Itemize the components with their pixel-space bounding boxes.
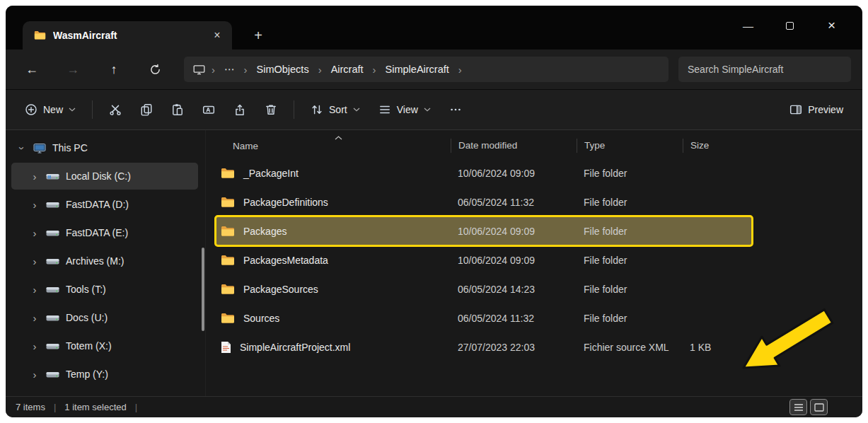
more-options-button[interactable] [441, 96, 470, 123]
new-tab-button[interactable]: + [248, 25, 269, 46]
refresh-button[interactable] [143, 57, 167, 81]
monitor-icon [193, 64, 205, 75]
column-header-size[interactable]: Size [683, 139, 752, 153]
close-button[interactable]: × [811, 6, 852, 45]
sidebar-item-fastdata-e[interactable]: › FastDATA (E:) [11, 219, 198, 246]
file-type: File folder [577, 168, 683, 179]
file-type: File folder [577, 255, 683, 266]
breadcrumb-ellipsis[interactable]: ⋯ [218, 61, 241, 78]
details-view-toggle[interactable] [790, 400, 806, 415]
chevron-right-icon[interactable]: › [30, 199, 40, 211]
search-input[interactable] [678, 57, 851, 82]
sort-ascending-icon [335, 136, 342, 140]
file-list-pane: Name Date modified Type Size _PackageInt… [205, 130, 862, 396]
chevron-right-icon[interactable]: › [30, 369, 40, 381]
folder-icon [221, 197, 235, 208]
file-name-cell: SimpleAircraftProject.xml [216, 341, 451, 354]
file-row-packagesmetadata[interactable]: PackagesMetadata10/06/2024 09:09File fol… [216, 245, 752, 274]
file-size: 1 KB [683, 342, 752, 353]
drive-icon [46, 172, 59, 181]
sidebar-item-fastdata-d[interactable]: › FastDATA (D:) [11, 191, 198, 218]
chevron-right-icon[interactable]: › [242, 64, 250, 76]
chevron-right-icon[interactable]: › [30, 170, 40, 182]
preview-icon [789, 103, 802, 116]
folder-icon [221, 284, 235, 295]
copy-button[interactable] [132, 96, 161, 123]
file-name: SimpleAircraftProject.xml [240, 342, 350, 353]
sort-button[interactable]: Sort [303, 98, 368, 122]
status-separator: | [135, 402, 137, 412]
file-row-simpleaircraftproject-xml[interactable]: SimpleAircraftProject.xml27/07/2023 22:0… [216, 332, 752, 361]
icons-view-toggle[interactable] [811, 400, 827, 415]
file-row-packages[interactable]: Packages10/06/2024 09:09File folder [216, 216, 752, 245]
tab-close-button[interactable]: × [208, 26, 226, 45]
copy-icon [140, 103, 153, 116]
new-icon [25, 103, 37, 116]
window-controls: — × [727, 6, 852, 45]
title-bar: WasmAircraft × + — × [6, 6, 862, 50]
sidebar-item-totem-x[interactable]: › Totem (X:) [11, 332, 198, 359]
chevron-right-icon[interactable]: › [371, 64, 378, 76]
back-button[interactable]: ← [20, 57, 44, 81]
maximize-icon [786, 22, 794, 30]
column-header-date-modified[interactable]: Date modified [451, 139, 577, 153]
cut-button[interactable] [101, 96, 129, 123]
rename-button[interactable] [195, 96, 223, 123]
explorer-tab[interactable]: WasmAircraft × [23, 21, 232, 50]
paste-button[interactable] [163, 96, 192, 123]
file-name: _PackageInt [243, 168, 299, 179]
sidebar-item-label: Archives (M:) [66, 255, 124, 267]
file-type: File folder [577, 313, 683, 324]
minimize-button[interactable]: — [727, 6, 769, 45]
sidebar-item-local-disk-c[interactable]: › Local Disk (C:) [11, 163, 198, 190]
sidebar-item-this-pc[interactable]: › This PC [11, 134, 198, 161]
file-row-sources[interactable]: Sources06/05/2024 11:32File folder [216, 303, 752, 332]
sidebar-item-archives-m[interactable]: › Archives (M:) [11, 248, 198, 274]
file-name: PackageSources [243, 284, 318, 295]
breadcrumb-segment-aircraft[interactable]: Aircraft [325, 61, 370, 78]
delete-button[interactable] [257, 96, 285, 123]
maximize-button[interactable] [769, 6, 811, 45]
file-row-packagesources[interactable]: PackageSources06/05/2024 14:23File folde… [216, 274, 752, 303]
folder-icon [34, 30, 46, 40]
column-header-row: Name Date modified Type Size [216, 133, 862, 158]
file-type: File folder [577, 226, 683, 237]
forward-button[interactable]: → [61, 57, 85, 81]
share-icon [233, 103, 246, 116]
chevron-right-icon[interactable]: › [30, 312, 40, 324]
xml-file-icon [221, 341, 231, 354]
file-name-cell: Packages [216, 226, 451, 237]
toolbar-separator [294, 100, 294, 119]
sidebar-scrollbar-thumb[interactable] [202, 248, 204, 331]
chevron-right-icon[interactable]: › [30, 227, 40, 239]
preview-button[interactable]: Preview [782, 98, 851, 122]
chevron-right-icon[interactable]: › [30, 340, 40, 352]
file-row-packageint[interactable]: _PackageInt10/06/2024 09:09File folder [216, 158, 752, 187]
sidebar-item-tools-t[interactable]: › Tools (T:) [11, 276, 198, 303]
new-label: New [43, 104, 63, 115]
chevron-right-icon[interactable]: › [316, 64, 324, 76]
breadcrumb: ›⋯›SimObjects›Aircraft›SimpleAircraft› [184, 57, 669, 82]
share-button[interactable] [226, 96, 254, 123]
folder-icon [221, 226, 235, 237]
this-pc-crumb[interactable] [190, 64, 209, 75]
sidebar-item-docs-u[interactable]: › Docs (U:) [11, 304, 198, 331]
up-button[interactable]: ↑ [102, 57, 126, 81]
column-header-name[interactable]: Name [216, 141, 451, 151]
file-type: File folder [577, 284, 683, 295]
view-button[interactable]: View [371, 98, 439, 122]
folder-icon [221, 168, 235, 179]
drive-icon [46, 370, 59, 379]
new-button[interactable]: New [17, 98, 83, 122]
file-row-packagedefinitions[interactable]: PackageDefinitions06/05/2024 11:32File f… [216, 187, 752, 216]
chevron-expanded-icon[interactable]: › [16, 143, 28, 153]
drive-icon [46, 285, 59, 294]
sidebar-item-temp-y[interactable]: › Temp (Y:) [11, 361, 198, 388]
column-header-type[interactable]: Type [577, 139, 683, 153]
chevron-right-icon[interactable]: › [209, 64, 217, 76]
chevron-right-icon[interactable]: › [30, 284, 40, 296]
chevron-right-icon[interactable]: › [30, 255, 40, 267]
chevron-right-icon[interactable]: › [456, 64, 464, 76]
breadcrumb-segment-simobjects[interactable]: SimObjects [250, 61, 316, 78]
breadcrumb-segment-simpleaircraft[interactable]: SimpleAircraft [379, 61, 456, 78]
